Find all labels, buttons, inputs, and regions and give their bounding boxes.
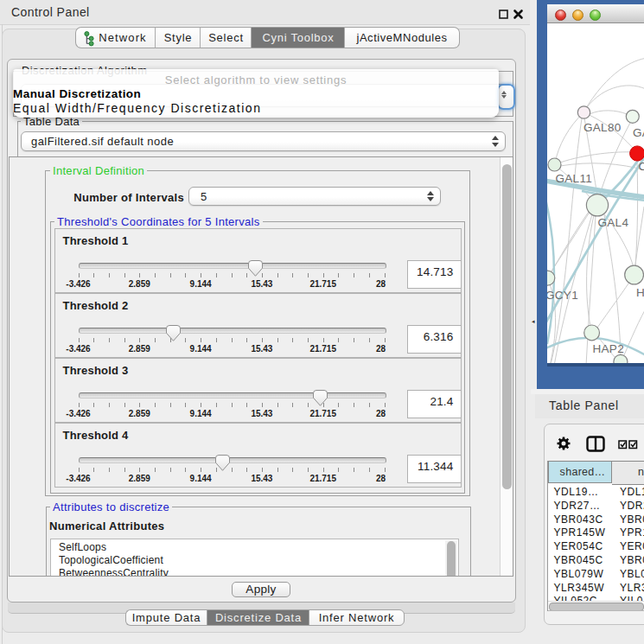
svg-text:GAL11: GAL11 [556, 172, 593, 185]
svg-text:GAL80: GAL80 [583, 120, 622, 133]
svg-text:H: H [636, 286, 644, 299]
svg-text:GAL4: GAL4 [598, 216, 629, 229]
svg-text:GCY1: GCY1 [547, 289, 578, 302]
svg-text:HAP2: HAP2 [593, 342, 624, 355]
svg-text:C: C [639, 160, 644, 173]
svg-text:GA: GA [633, 126, 644, 139]
